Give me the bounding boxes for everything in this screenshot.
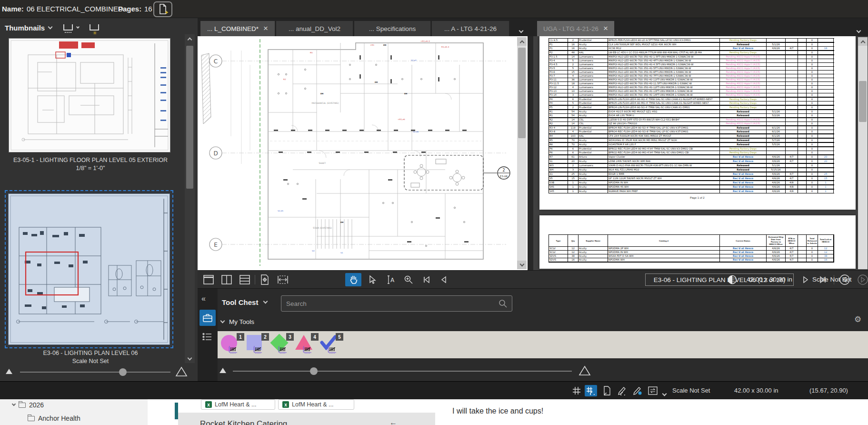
- tool-chest-settings-gear-icon[interactable]: ⚙: [854, 314, 861, 324]
- split-horizontal-button[interactable]: [238, 273, 252, 286]
- select-tool-button[interactable]: [365, 273, 379, 286]
- tab-overflow-right-chevron-icon[interactable]: [857, 29, 861, 33]
- status-cursor-coords: (15.67, 20.90): [809, 387, 848, 394]
- schedule-page-1[interactable]: C1-9.52PrudentialBPRO5-PER-FLSH-LED4-90-…: [539, 36, 856, 210]
- schedule-page-2[interactable]: TypeQtySupplier NameCatalog #Current Sta…: [539, 215, 856, 269]
- tree-expand-chevron-icon[interactable]: [12, 402, 16, 406]
- red-notes-text: R2: [283, 78, 286, 81]
- tab-3[interactable]: ... A - LTG 4-21-26: [432, 21, 509, 36]
- count-tool-circle[interactable]: 1: [221, 334, 243, 356]
- tool-larger-button[interactable]: [579, 365, 591, 376]
- zoom-tool-button[interactable]: [401, 273, 416, 286]
- create-page-labels-icon[interactable]: ✳: [90, 24, 99, 30]
- count-tool-diamond[interactable]: 3: [270, 334, 292, 356]
- schedule-row: P3-124LumenwerxMIKPOI-HLO-LED-90CRI-700-…: [549, 86, 834, 90]
- snap-hints-button[interactable]: [631, 385, 644, 396]
- dark-mode-contrast-button[interactable]: [725, 273, 739, 286]
- scroll-down-icon[interactable]: [188, 355, 192, 360]
- tool-smaller-button[interactable]: [219, 368, 226, 373]
- tab-close-icon[interactable]: ×: [603, 25, 608, 32]
- schedule-header-row: TypeQtySupplier NameCatalog #Current Sta…: [549, 235, 834, 247]
- scroll-up-icon[interactable]: [519, 40, 524, 45]
- tool-slider-thumb[interactable]: [310, 367, 318, 375]
- excel-file-tab-1[interactable]: x LofM Heart & ...: [201, 399, 275, 410]
- drawing-canvas[interactable]: CDE: [198, 36, 528, 270]
- fit-width-button[interactable]: [276, 273, 290, 286]
- next-page-button[interactable]: [798, 273, 813, 286]
- tool-slider-track[interactable]: [233, 371, 572, 372]
- thumbnail-page-12-selected[interactable]: [5, 190, 173, 348]
- catering-title: Rocket Kitchen Catering: [200, 419, 287, 425]
- scroll-up-icon[interactable]: [860, 40, 865, 45]
- scale-status-readout[interactable]: Scale Not Set: [812, 276, 852, 283]
- snap-to-content-button[interactable]: [601, 385, 613, 396]
- excel-file-tab-2[interactable]: x LofM Heart & ...: [278, 399, 354, 410]
- scroll-down-icon[interactable]: [519, 262, 524, 266]
- schedule-document-pane[interactable]: C1-9.52PrudentialBPRO5-PER-FLSH-LED4-90-…: [533, 36, 868, 270]
- grid-toggle-button[interactable]: [570, 385, 583, 396]
- new-document-button[interactable]: [153, 1, 172, 17]
- tab-2[interactable]: ... Specifications: [354, 21, 431, 36]
- collapse-panel-icon[interactable]: «: [201, 294, 206, 303]
- toolbox-icon: [203, 314, 212, 322]
- thumbnails-menu-chevron-icon[interactable]: [48, 24, 53, 29]
- fit-page-button[interactable]: [258, 273, 272, 286]
- thumbnail-smaller-button[interactable]: [6, 369, 12, 374]
- sync-views-button[interactable]: [647, 385, 659, 396]
- tab-0[interactable]: ... L_COMBINED*×: [200, 21, 275, 36]
- properties-list-tab-button[interactable]: [202, 333, 212, 342]
- schedule-row: P116AcuityHC36 M12Rec'd at Hesco4/6/264/…: [549, 47, 834, 51]
- thumbnail-11-preview: [9, 39, 170, 152]
- tool-chest-dropdown-chevron-icon[interactable]: [263, 299, 268, 304]
- count-tool-check[interactable]: 5: [320, 334, 342, 356]
- my-tools-section-header[interactable]: My Tools: [221, 318, 254, 325]
- split-vertical-button[interactable]: [219, 273, 234, 286]
- schedule-row: P116AcuityCLX L48 5000LM SEF WDL MVOLT G…: [549, 42, 834, 47]
- tab-close-icon[interactable]: ×: [263, 25, 268, 32]
- schedule-row: R214CSLLLESW-S-D-40-DIFF-STD-DI-P3-8W/15…: [549, 118, 834, 122]
- drawing-scrollbar-thumb[interactable]: [518, 48, 526, 138]
- tab-1[interactable]: ... anual_DD_Vol2: [276, 21, 353, 36]
- drawing-vertical-scrollbar[interactable]: [517, 37, 527, 269]
- thumbnail-slider-track[interactable]: [20, 372, 170, 373]
- scale-menu-chevron-icon[interactable]: [662, 392, 667, 396]
- snap-to-markups-button[interactable]: [616, 385, 629, 396]
- schedule-row: P66PrudentialBPRO2-REC-FLSH-LED4-90-MO-4…: [549, 151, 834, 155]
- snap-to-grid-button[interactable]: [585, 385, 597, 396]
- tree-item-anchor-health[interactable]: Anchor Health: [28, 415, 80, 422]
- first-page-button[interactable]: [419, 273, 434, 286]
- schedule-vertical-scrollbar[interactable]: [858, 37, 868, 269]
- count-tally-icon: [302, 345, 312, 356]
- page-size-readout: 42.00 x 30.00 in: [747, 276, 792, 283]
- tool-chest-tab-button[interactable]: [200, 310, 216, 326]
- scroll-up-icon[interactable]: [188, 37, 192, 42]
- status-scale[interactable]: Scale Not Set: [672, 387, 710, 394]
- thumbnails-scrollbar[interactable]: [185, 34, 195, 363]
- count-tally-icon: [253, 345, 263, 356]
- tool-chest-title-row[interactable]: Tool Chest: [222, 298, 267, 306]
- page-label-icon[interactable]: [63, 24, 73, 30]
- single-pane-button[interactable]: [201, 273, 216, 286]
- split-view-divider[interactable]: [528, 36, 533, 270]
- thumbnail-page-11[interactable]: [9, 38, 170, 152]
- thumbnails-scrollbar-thumb[interactable]: [186, 46, 193, 189]
- previous-page-button[interactable]: [437, 273, 451, 286]
- tool-chest-search-input[interactable]: [281, 295, 512, 312]
- page-label-chevron-icon[interactable]: [76, 25, 80, 28]
- tab-uga-ltg[interactable]: UGA - LTG 4-21-26 ×: [537, 21, 615, 36]
- count-tool-triangle[interactable]: 4: [295, 334, 317, 356]
- select-text-button[interactable]: A: [383, 273, 398, 286]
- back-arrow-icon[interactable]: ←: [389, 418, 397, 425]
- schedule-row: S451AcuityNGRAVE PA6A WH PREFRec'd at He…: [549, 189, 834, 193]
- next-view-button[interactable]: [856, 273, 868, 286]
- count-tool-square[interactable]: 2: [246, 334, 268, 356]
- room-labels-text: MECHANICAL (EXISTING): [312, 102, 339, 104]
- tree-item-2026[interactable]: 2026: [12, 401, 44, 409]
- my-tools-collapse-chevron-icon[interactable]: [220, 319, 225, 324]
- tab-overflow-chevron-icon[interactable]: [519, 29, 524, 33]
- thumbnail-slider-thumb[interactable]: [119, 368, 127, 376]
- schedule-row: SDVS16AcuityNPODMA WHRec'd at Hesco4/6/2…: [549, 258, 834, 262]
- pan-tool-button[interactable]: [345, 273, 361, 286]
- schedule-scrollbar-thumb[interactable]: [859, 81, 867, 122]
- thumbnail-larger-button[interactable]: [175, 366, 188, 377]
